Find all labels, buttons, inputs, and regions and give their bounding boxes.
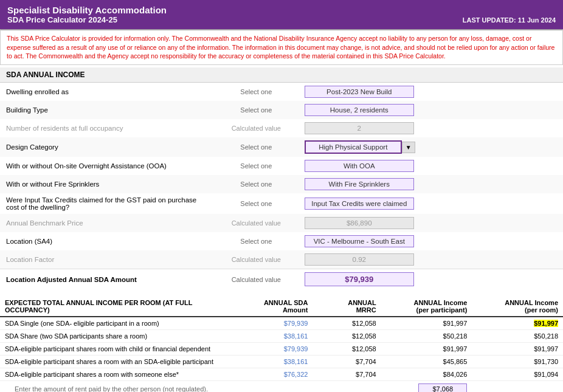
form-row: Design Category Select one ▼ <box>0 137 563 157</box>
annual-row: SDA-eligible participant shares a room w… <box>0 368 563 381</box>
field-hint-8: Select one <box>214 232 299 250</box>
disclaimer-text: This SDA Price Calculator is provided fo… <box>0 29 563 65</box>
annual-table: EXPECTED TOTAL ANNUAL INCOME PER ROOM (A… <box>0 297 563 392</box>
form-row: With or without On-site Overnight Assist… <box>0 157 563 175</box>
page-subtitle: SDA Price Calculator 2024-25 <box>7 15 117 24</box>
rent-input-cell <box>381 381 472 392</box>
dropdown-arrow-3[interactable]: ▼ <box>402 142 415 153</box>
section1-title: SDA ANNUAL INCOME <box>0 67 563 83</box>
location-adjusted-table: Location Adjusted Annual SDA Amount Calc… <box>0 269 563 289</box>
mrrc-2: $12,058 <box>313 343 381 356</box>
last-updated: LAST UPDATED: 11 Jun 2024 <box>463 16 556 24</box>
sda-amount-0: $79,939 <box>239 317 313 330</box>
rent-input[interactable] <box>418 383 467 392</box>
location-adjusted-label: Location Adjusted Annual SDA Amount <box>0 269 214 290</box>
field-hint-6: Select one <box>214 193 299 214</box>
field-label-2: Number of residents at full occupancy <box>0 119 214 137</box>
per-room-cell-0: $91,997 <box>472 317 563 330</box>
per-room-cell-4: $91,094 <box>472 368 563 381</box>
field-input-9 <box>305 253 414 266</box>
form-row: Location (SA4) Select one <box>0 232 563 250</box>
annual-col-sda: ANNUAL SDAAmount <box>239 297 313 317</box>
form-row: Dwelling enrolled as Select one <box>0 83 563 101</box>
field-label-9: Location Factor <box>0 250 214 269</box>
annual-row: SDA-eligible participant shares a room w… <box>0 356 563 368</box>
page-header: Specialist Disability Accommodation SDA … <box>0 0 563 29</box>
per-participant-2: $91,997 <box>381 343 472 356</box>
field-label-8: Location (SA4) <box>0 232 214 250</box>
field-hint-5: Select one <box>214 175 299 193</box>
field-input-0[interactable] <box>305 86 414 98</box>
field-input-4[interactable] <box>305 160 414 172</box>
field-label-7: Annual Benchmark Price <box>0 214 214 232</box>
per-room-cell-3: $91,730 <box>472 356 563 368</box>
annual-row-label-3: SDA-eligible participant shares a room w… <box>0 356 239 368</box>
field-hint-4: Select one <box>214 157 299 175</box>
field-input-3[interactable] <box>305 140 402 154</box>
form-row: With or without Fire Sprinklers Select o… <box>0 175 563 193</box>
mrrc-0: $12,058 <box>313 317 381 330</box>
field-label-5: With or without Fire Sprinklers <box>0 175 214 193</box>
per-participant-4: $84,026 <box>381 368 472 381</box>
per-participant-1: $50,218 <box>381 330 472 343</box>
sda-amount-3: $38,161 <box>239 356 313 368</box>
per-room-cell-1: $50,218 <box>472 330 563 343</box>
form-row: Building Type Select one <box>0 101 563 119</box>
field-label-1: Building Type <box>0 101 214 119</box>
annual-row-label-0: SDA Single (one SDA- eligible participan… <box>0 317 239 330</box>
field-input-6[interactable] <box>305 198 414 210</box>
field-input-7 <box>305 217 414 229</box>
field-label-6: Were Input Tax Credits claimed for the G… <box>0 193 214 214</box>
field-hint-7: Calculated value <box>214 214 299 232</box>
mrrc-1: $12,058 <box>313 330 381 343</box>
rent-label: Enter the amount of rent paid by the oth… <box>0 381 381 392</box>
annual-col-description: EXPECTED TOTAL ANNUAL INCOME PER ROOM (A… <box>0 297 239 317</box>
location-adjusted-hint: Calculated value <box>214 269 299 290</box>
annual-col-per-room: ANNUAL Income(per room) <box>472 297 563 317</box>
annual-row-label-1: SDA Share (two SDA participants share a … <box>0 330 239 343</box>
annual-row-label-4: SDA-eligible participant shares a room w… <box>0 368 239 381</box>
field-label-4: With or without On-site Overnight Assist… <box>0 157 214 175</box>
form-table: Dwelling enrolled as Select one Building… <box>0 83 563 269</box>
form-row: Were Input Tax Credits claimed for the G… <box>0 193 563 214</box>
form-row: Number of residents at full occupancy Ca… <box>0 119 563 137</box>
field-hint-9: Calculated value <box>214 250 299 269</box>
mrrc-3: $7,704 <box>313 356 381 368</box>
field-hint-1: Select one <box>214 101 299 119</box>
field-input-1[interactable] <box>305 104 414 116</box>
form-row: Location Factor Calculated value <box>0 250 563 269</box>
per-room-cell-2: $91,997 <box>472 343 563 356</box>
location-adjusted-input[interactable] <box>305 272 414 286</box>
field-label-3: Design Category <box>0 137 214 157</box>
field-hint-2: Calculated value <box>214 119 299 137</box>
field-input-2 <box>305 122 414 134</box>
field-hint-3: Select one <box>214 137 299 157</box>
annual-row: SDA Share (two SDA participants share a … <box>0 330 563 343</box>
annual-section: EXPECTED TOTAL ANNUAL INCOME PER ROOM (A… <box>0 297 563 392</box>
sda-amount-4: $76,322 <box>239 368 313 381</box>
field-input-8[interactable] <box>305 235 414 247</box>
field-hint-0: Select one <box>214 83 299 101</box>
per-participant-0: $91,997 <box>381 317 472 330</box>
page-title: Specialist Disability Accommodation <box>7 5 556 15</box>
form-row: Annual Benchmark Price Calculated value <box>0 214 563 232</box>
annual-col-per-participant: ANNUAL Income(per participant) <box>381 297 472 317</box>
annual-col-mrrc: ANNUALMRRC <box>313 297 381 317</box>
sda-amount-2: $79,939 <box>239 343 313 356</box>
annual-row: SDA Single (one SDA- eligible participan… <box>0 317 563 330</box>
annual-row: SDA-eligible participant shares room wit… <box>0 343 563 356</box>
mrrc-4: $7,704 <box>313 368 381 381</box>
per-participant-3: $45,865 <box>381 356 472 368</box>
field-label-0: Dwelling enrolled as <box>0 83 214 101</box>
sda-amount-1: $38,161 <box>239 330 313 343</box>
rent-row: Enter the amount of rent paid by the oth… <box>0 381 563 392</box>
annual-row-label-2: SDA-eligible participant shares room wit… <box>0 343 239 356</box>
field-input-5[interactable] <box>305 178 414 190</box>
